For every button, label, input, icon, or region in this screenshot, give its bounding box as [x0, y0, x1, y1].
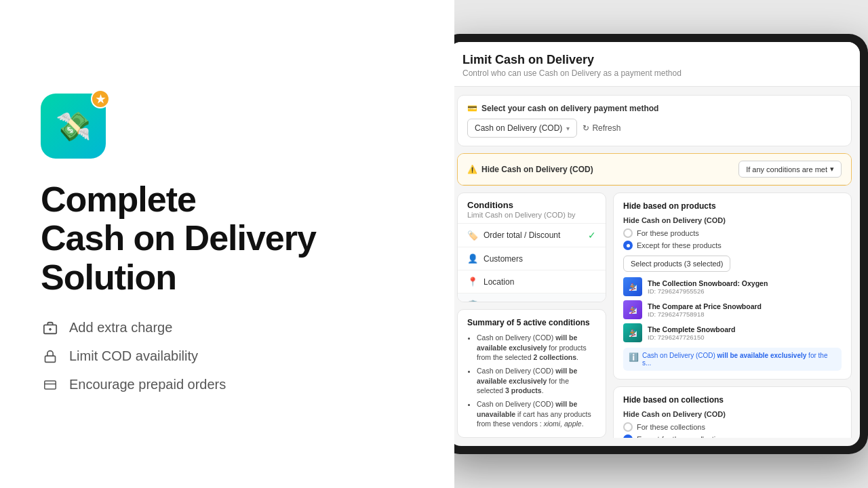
tag-icon: 🏷️ — [467, 230, 478, 241]
info-banner: ℹ️ Cash on Delivery (COD) will be availa… — [623, 348, 842, 371]
products-radio-group: For these products Except for these prod… — [623, 228, 842, 250]
product-list: 🏂 The Collection Snowboard: Oxygen ID: 7… — [623, 277, 842, 342]
app-header: Limit Cash on Delivery Control who can u… — [454, 42, 860, 87]
summary-list: Cash on Delivery (COD) will be available… — [467, 333, 596, 429]
app-body: 💳 Select your cash on delivery payment m… — [454, 87, 860, 446]
product-thumb-0: 🏂 — [623, 277, 642, 296]
user-icon: 👤 — [467, 253, 478, 264]
product-name-1: The Compare at Price Snowboard — [648, 302, 762, 310]
feature-item-0: Add extra charge — [41, 319, 414, 338]
tablet-mockup: Limit Cash on Delivery Control who can u… — [454, 34, 868, 454]
radio-for-products[interactable]: For these products — [623, 228, 842, 238]
conditions-panel: Conditions Limit Cash on Delivery (COD) … — [457, 192, 606, 438]
products-panel-subtitle: Hide Cash on Delivery (COD) — [623, 216, 842, 224]
arrow-icon: › — [593, 300, 596, 302]
product-info-0: The Collection Snowboard: Oxygen ID: 729… — [648, 279, 768, 295]
summary-item-1: Cash on Delivery (COD) will be available… — [477, 366, 596, 396]
payment-select-btn[interactable]: Cash on Delivery (COD) ▾ — [467, 119, 577, 138]
app-icon: 💸 ★ — [41, 94, 106, 159]
select-products-button[interactable]: Select products (3 selected) — [623, 256, 730, 272]
collections-panel-subtitle: Hide Cash on Delivery (COD) — [623, 410, 842, 418]
radio-circle — [623, 228, 633, 238]
headline: Complete Cash on Delivery Solution — [41, 180, 414, 297]
condition-order-total[interactable]: 🏷️ Order total / Discount ✓ — [458, 223, 606, 247]
product-thumb-1: 🏂 — [623, 300, 642, 319]
radio-for-collections[interactable]: For these collections — [623, 422, 842, 432]
info-text: Cash on Delivery (COD) will be available… — [642, 352, 836, 367]
check-icon: ✓ — [588, 230, 596, 241]
app-subtitle: Control who can use Cash on Delivery as … — [462, 68, 846, 78]
condition-dropdown[interactable]: If any conditions are met ▾ — [738, 161, 842, 178]
card-icon — [41, 375, 60, 394]
product-item-1: 🏂 The Compare at Price Snowboard ID: 729… — [623, 300, 842, 319]
chevron-down-icon: ▾ — [566, 125, 570, 132]
feature-text-1: Limit COD availability — [69, 348, 198, 364]
right-panel: Limit Cash on Delivery Control who can u… — [454, 0, 868, 488]
radio-circle-selected — [623, 241, 633, 250]
summary-item-2: Cash on Delivery (COD) will be unavailab… — [477, 399, 596, 429]
condition-products[interactable]: 🛡️ Products & Collections › — [458, 293, 606, 302]
product-info-1: The Compare at Price Snowboard ID: 72962… — [648, 302, 762, 318]
feature-text-0: Add extra charge — [69, 320, 172, 336]
feature-text-2: Encourage prepaid orders — [69, 377, 226, 392]
collections-radio-group: For these collections Except for these c… — [623, 422, 842, 438]
shield-icon: 🛡️ — [467, 300, 478, 302]
radio-except-collections[interactable]: Except for these collections — [623, 434, 842, 438]
conditions-header: Conditions Limit Cash on Delivery (COD) … — [458, 193, 606, 223]
main-content: Conditions Limit Cash on Delivery (COD) … — [457, 192, 852, 438]
feature-item-1: Limit COD availability — [41, 347, 414, 366]
cod-title: ⚠️ Hide Cash on Delivery (COD) — [467, 165, 593, 174]
condition-location[interactable]: 📍 Location — [458, 270, 606, 293]
location-icon: 📍 — [467, 277, 478, 287]
conditions-box: Conditions Limit Cash on Delivery (COD) … — [457, 192, 606, 302]
radio-circle — [623, 422, 633, 432]
product-item-0: 🏂 The Collection Snowboard: Oxygen ID: 7… — [623, 277, 842, 296]
cod-section: ⚠️ Hide Cash on Delivery (COD) If any co… — [457, 153, 852, 186]
summary-title: Summary of 5 active conditions — [467, 318, 596, 327]
product-name-2: The Complete Snowboard — [648, 325, 736, 333]
features-list: Add extra charge Limit COD availability … — [41, 319, 414, 394]
payment-controls: Cash on Delivery (COD) ▾ ↻ Refresh — [467, 119, 842, 138]
condition-item-left: 🏷️ Order total / Discount — [467, 230, 560, 241]
product-id-2: ID: 7296247726150 — [648, 333, 736, 341]
radio-circle-selected — [623, 434, 633, 438]
payment-icon: 💳 — [467, 104, 477, 113]
tablet-screen: Limit Cash on Delivery Control who can u… — [454, 42, 860, 446]
left-panel: 💸 ★ Complete Cash on Delivery Solution A… — [0, 0, 454, 488]
warning-icon: ⚠️ — [467, 165, 477, 174]
payment-section: 💳 Select your cash on delivery payment m… — [457, 95, 852, 146]
products-panel: Hide based on products Hide Cash on Deli… — [613, 192, 852, 380]
camera-icon — [41, 319, 60, 338]
refresh-button[interactable]: ↻ Refresh — [583, 123, 620, 133]
refresh-icon: ↻ — [583, 123, 589, 133]
product-thumb-2: 🏂 — [623, 323, 642, 342]
right-side-panels: Hide based on products Hide Cash on Deli… — [613, 192, 852, 438]
collections-panel: Hide based on collections Hide Cash on D… — [613, 386, 852, 438]
svg-rect-4 — [45, 381, 56, 389]
product-id-0: ID: 7296247955526 — [648, 287, 768, 295]
feature-item-2: Encourage prepaid orders — [41, 375, 414, 394]
lock-icon — [41, 347, 60, 366]
collections-panel-title: Hide based on collections — [623, 395, 842, 405]
conditions-subtitle-text: Limit Cash on Delivery (COD) by — [467, 211, 596, 219]
app-icon-emoji: 💸 — [56, 110, 91, 143]
product-info-2: The Complete Snowboard ID: 7296247726150 — [648, 325, 736, 341]
app-title: Limit Cash on Delivery — [462, 53, 846, 67]
condition-item-left: 📍 Location — [467, 277, 514, 287]
chevron-icon: ▾ — [830, 165, 834, 174]
svg-rect-3 — [45, 356, 56, 362]
summary-item-0: Cash on Delivery (COD) will be available… — [477, 333, 596, 363]
product-item-2: 🏂 The Complete Snowboard ID: 72962477261… — [623, 323, 842, 342]
condition-item-left: 🛡️ Products & Collections — [467, 300, 566, 302]
payment-label: 💳 Select your cash on delivery payment m… — [467, 104, 842, 113]
cod-header: ⚠️ Hide Cash on Delivery (COD) If any co… — [458, 154, 851, 185]
badge-star: ★ — [91, 89, 110, 108]
condition-customers[interactable]: 👤 Customers — [458, 247, 606, 270]
products-panel-title: Hide based on products — [623, 201, 842, 211]
conditions-title-text: Conditions — [467, 200, 596, 210]
condition-item-left: 👤 Customers — [467, 253, 523, 264]
info-icon: ℹ️ — [629, 352, 639, 362]
product-id-1: ID: 7296247758918 — [648, 310, 762, 318]
summary-box: Summary of 5 active conditions Cash on D… — [457, 309, 606, 438]
radio-except-products[interactable]: Except for these products — [623, 241, 842, 250]
